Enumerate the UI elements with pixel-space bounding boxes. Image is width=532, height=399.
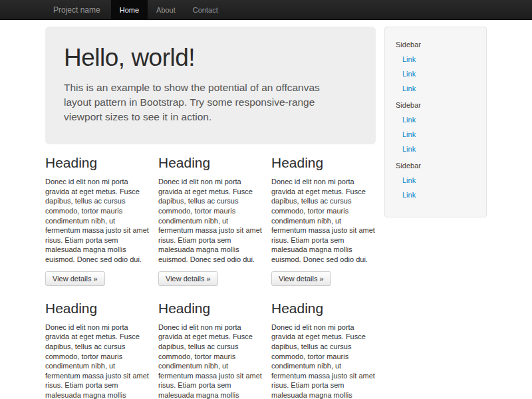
jumbotron-text: This is an example to show the potential…	[64, 80, 343, 124]
navbar-inner: Project name Home About Contact	[45, 0, 487, 19]
cards-row-2: Heading Donec id elit non mi porta gravi…	[45, 301, 376, 399]
card: Heading Donec id elit non mi porta gravi…	[271, 301, 376, 399]
card: Heading Donec id elit non mi porta gravi…	[45, 301, 150, 399]
card-body-text: Donec id elit non mi porta gravida at eg…	[45, 323, 150, 399]
sidebar-group-1: Sidebar Link Link Link	[393, 37, 478, 96]
page-title: Hello, world!	[64, 44, 357, 72]
card: Heading Donec id elit non mi porta gravi…	[271, 155, 376, 286]
card: Heading Donec id elit non mi porta gravi…	[45, 155, 150, 286]
card-body-text: Donec id elit non mi porta gravida at eg…	[158, 177, 263, 265]
card: Heading Donec id elit non mi porta gravi…	[158, 155, 263, 286]
sidebar-link[interactable]: Link	[393, 142, 478, 156]
top-navbar: Project name Home About Contact	[0, 0, 532, 20]
card: Heading Donec id elit non mi porta gravi…	[158, 301, 263, 399]
sidebar-group-3: Sidebar Link Link	[393, 158, 478, 202]
sidebar-link[interactable]: Link	[393, 66, 478, 81]
sidebar-group-header: Sidebar	[393, 98, 478, 112]
sidebar-link[interactable]: Link	[393, 52, 478, 66]
sidebar-well: Sidebar Link Link Link Sidebar Link Link…	[384, 27, 487, 217]
card-body-text: Donec id elit non mi porta gravida at eg…	[271, 177, 376, 265]
nav-item-about[interactable]: About	[148, 0, 184, 19]
nav-item-home[interactable]: Home	[111, 0, 148, 19]
card-body-text: Donec id elit non mi porta gravida at eg…	[158, 323, 263, 399]
sidebar-group-header: Sidebar	[393, 158, 478, 173]
card-body-text: Donec id elit non mi porta gravida at eg…	[271, 323, 376, 399]
view-details-button[interactable]: View details »	[45, 271, 105, 286]
sidebar-column: Sidebar Link Link Link Sidebar Link Link…	[384, 27, 487, 217]
main-row: Hello, world! This is an example to show…	[45, 27, 487, 399]
sidebar-link[interactable]: Link	[393, 127, 478, 142]
sidebar-link[interactable]: Link	[393, 173, 478, 188]
brand-link[interactable]: Project name	[45, 0, 111, 19]
sidebar-link[interactable]: Link	[393, 81, 478, 96]
jumbotron: Hello, world! This is an example to show…	[45, 27, 376, 144]
card-heading: Heading	[45, 301, 150, 317]
sidebar-group-header: Sidebar	[393, 37, 478, 52]
card-heading: Heading	[271, 155, 376, 171]
card-heading: Heading	[45, 155, 150, 171]
view-details-button[interactable]: View details »	[158, 271, 218, 286]
sidebar-group-2: Sidebar Link Link Link	[393, 98, 478, 156]
view-details-button[interactable]: View details »	[271, 271, 331, 286]
sidebar-link[interactable]: Link	[393, 112, 478, 127]
card-heading: Heading	[158, 155, 263, 171]
sidebar-link[interactable]: Link	[393, 188, 478, 202]
page-container: Hello, world! This is an example to show…	[45, 27, 487, 399]
cards-row-1: Heading Donec id elit non mi porta gravi…	[45, 155, 376, 286]
navbar-menu: Home About Contact	[111, 0, 227, 19]
content-column: Hello, world! This is an example to show…	[45, 27, 376, 399]
card-heading: Heading	[158, 301, 263, 317]
card-body-text: Donec id elit non mi porta gravida at eg…	[45, 177, 150, 265]
card-heading: Heading	[271, 301, 376, 317]
nav-item-contact[interactable]: Contact	[184, 0, 227, 19]
